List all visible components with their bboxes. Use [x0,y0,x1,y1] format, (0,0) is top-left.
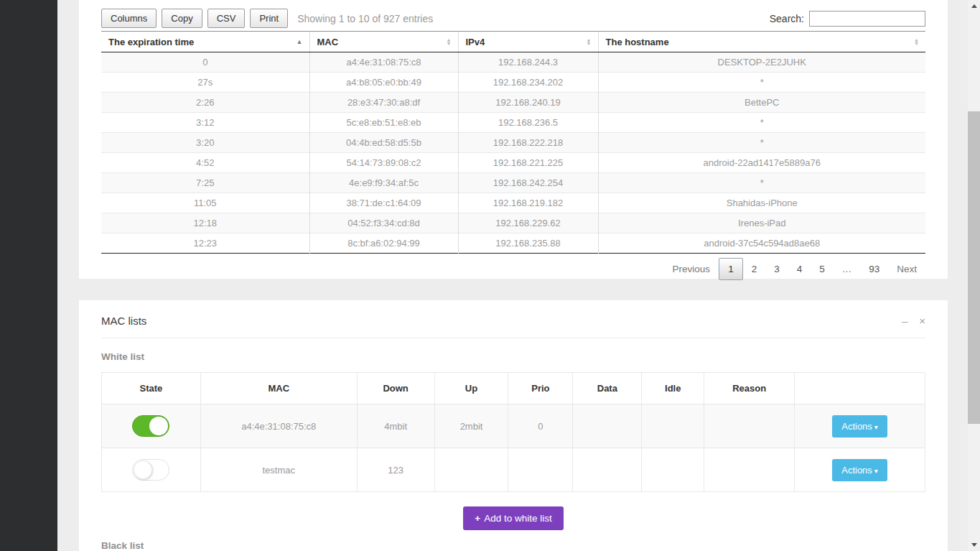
black-list-heading: Black list [101,540,925,551]
sort-icon: ▼ [447,42,452,45]
scroll-down-icon [971,543,977,547]
column-header-state: State [102,373,201,404]
cell-mac: 4e:e9:f9:34:af:5c [309,173,458,193]
sort-icon: ▼ [914,42,919,45]
showing-entries-text: Showing 1 to 10 of 927 entries [297,13,433,24]
toggle-knob [149,417,168,435]
column-header-ipv4[interactable]: IPv4 ▲▼ [458,32,598,52]
pagination-page-2[interactable]: 2 [743,259,766,279]
mac-lists-header: MAC lists – × [101,315,925,327]
pagination-page-3[interactable]: 3 [765,259,788,279]
cell-mac: 5c:e8:eb:51:e8:eb [309,113,458,133]
cell-mac: testmac [200,448,357,492]
add-to-white-list-button[interactable]: +Add to white list [463,506,563,530]
cell-hostname: android-22ad1417e5889a76 [598,153,925,173]
cell-prio [508,448,573,492]
mac-lists-panel: MAC lists – × White list State MAC Down … [79,300,948,551]
column-header-idle: Idle [642,373,704,404]
cell-mac: a4:b8:05:e0:bb:49 [309,73,458,93]
caret-down-icon: ▾ [874,423,878,431]
column-header-expiration[interactable]: The expiration time ▲ [101,32,309,52]
cell-expiration: 7:25 [101,173,309,193]
white-list-row: a4:4e:31:08:75:c8 4mbit 2mbit 0 Actions▾ [102,404,925,448]
cell-reason [704,448,795,492]
pagination-ellipsis: … [834,259,861,279]
cell-mac: 04:52:f3:34:cd:8d [309,213,458,233]
cell-idle [642,448,704,492]
cell-actions: Actions▾ [795,404,925,448]
pagination-page-93[interactable]: 93 [860,259,888,279]
actions-button[interactable]: Actions▾ [832,459,887,481]
white-list-header-row: State MAC Down Up Prio Data Idle Reason [102,373,925,404]
cell-expiration: 27s [101,73,309,93]
cell-hostname: android-37c54c594ad8ae68 [598,233,925,254]
column-header-down: Down [357,373,434,404]
cell-mac: 54:14:73:89:08:c2 [309,153,458,173]
cell-reason [704,404,795,448]
column-header-data: Data [573,373,642,404]
cell-ipv4: 192.168.236.5 [458,113,598,133]
cell-expiration: 12:23 [101,233,309,254]
pagination-next[interactable]: Next [888,259,925,279]
cell-mac: a4:4e:31:08:75:c8 [309,52,458,73]
state-toggle-off[interactable] [132,459,169,481]
print-button[interactable]: Print [250,9,288,28]
cell-up [434,448,508,492]
cell-expiration: 2:26 [101,93,309,113]
scroll-up-icon [971,4,977,8]
cell-ipv4: 192.168.242.254 [458,173,598,193]
scroll-down-button[interactable] [968,539,980,551]
cell-ipv4: 192.168.219.182 [458,193,598,213]
cell-ipv4: 192.168.229.62 [458,213,598,233]
table-row: 2:26 28:e3:47:30:a8:df 192.168.240.19 Be… [101,93,925,113]
pagination-page-5[interactable]: 5 [811,259,834,279]
cell-hostname: * [598,73,925,93]
panel-title: MAC lists [101,315,146,327]
cell-hostname: DESKTOP-2E2JUHK [598,52,925,73]
white-list-row: testmac 123 Actions▾ [102,448,925,492]
table-row: 4:52 54:14:73:89:08:c2 192.168.221.225 a… [101,153,925,173]
pagination-page-4[interactable]: 4 [788,259,811,279]
cell-ipv4: 192.168.234.202 [458,73,598,93]
vertical-scrollbar[interactable] [968,0,980,551]
scrollbar-thumb[interactable] [968,111,980,424]
column-header-mac[interactable]: MAC ▲▼ [309,32,458,52]
state-toggle-on[interactable] [132,415,169,437]
actions-button[interactable]: Actions▾ [832,415,887,437]
column-header-hostname[interactable]: The hostname ▲▼ [598,32,925,52]
cell-prio: 0 [508,404,573,448]
column-header-up: Up [434,373,508,404]
search-input[interactable] [809,11,925,27]
cell-actions: Actions▾ [795,448,925,492]
cell-ipv4: 192.168.240.19 [458,93,598,113]
leases-header-row: The expiration time ▲ MAC ▲▼ IPv4 ▲▼ The… [101,32,925,52]
plus-icon: + [475,513,480,524]
cell-data [573,404,642,448]
cell-hostname: * [598,173,925,193]
csv-button[interactable]: CSV [207,9,246,28]
close-icon[interactable]: × [919,315,925,326]
table-row: 27s a4:b8:05:e0:bb:49 192.168.234.202 * [101,73,925,93]
scroll-up-button[interactable] [968,0,980,12]
cell-ipv4: 192.168.222.218 [458,133,598,153]
panel-divider [101,338,925,338]
cell-data [573,448,642,492]
cell-mac: 28:e3:47:30:a8:df [309,93,458,113]
column-header-prio: Prio [508,373,573,404]
cell-expiration: 12:18 [101,213,309,233]
columns-button[interactable]: Columns [101,9,157,28]
cell-idle [642,404,704,448]
cell-expiration: 3:20 [101,133,309,153]
column-header-label: The hostname [606,37,669,47]
white-list-heading: White list [101,351,925,362]
caret-down-icon: ▾ [874,467,878,475]
minimize-icon[interactable]: – [902,315,907,326]
pagination-previous[interactable]: Previous [664,259,719,279]
pagination-page-1[interactable]: 1 [719,258,743,280]
column-header-label: The expiration time [108,37,194,47]
table-row: 12:18 04:52:f3:34:cd:8d 192.168.229.62 I… [101,213,925,233]
copy-button[interactable]: Copy [162,9,202,28]
cell-hostname: * [598,113,925,133]
cell-expiration: 4:52 [101,153,309,173]
sort-ascending-icon: ▲ [297,40,303,44]
